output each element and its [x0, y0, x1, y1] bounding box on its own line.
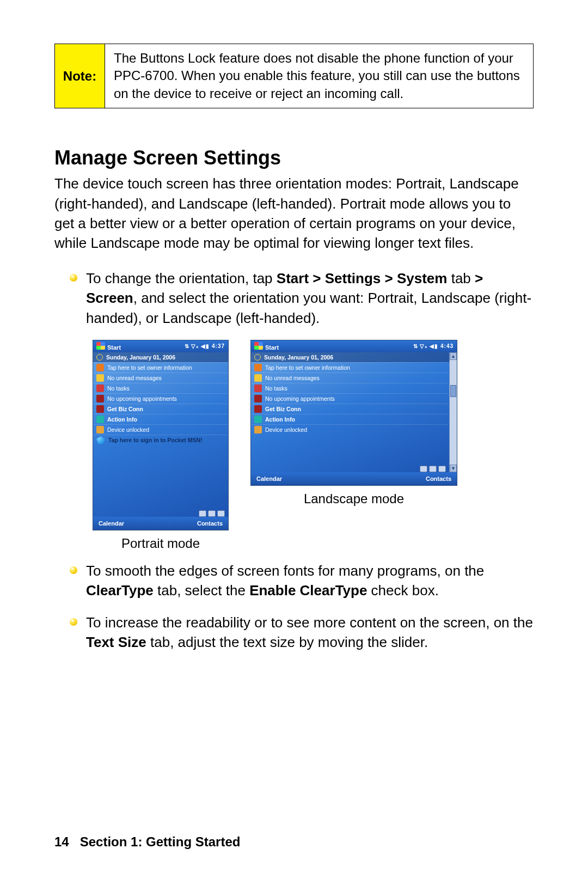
- today-row-action: Action Info: [251, 414, 448, 424]
- today-row-action: Action Info: [93, 414, 228, 424]
- tasks-icon: [254, 384, 262, 392]
- bullet-item-cleartype: To smooth the edges of screen fonts for …: [70, 561, 534, 601]
- lock-icon: [96, 426, 104, 434]
- portrait-column: Start ⇅ ▽ₓ ◀▮ 4:37 Sunday, January 01, 2…: [93, 340, 229, 551]
- bullet-list-2: To smooth the edges of screen fonts for …: [54, 561, 534, 652]
- softkey-bar: Calendar Contacts: [251, 472, 457, 485]
- calendar-icon: [254, 395, 262, 402]
- device-datebar: Sunday, January 01, 2006: [251, 352, 457, 362]
- scroll-down-icon: ▼: [450, 465, 457, 472]
- today-row-tasks: No tasks: [251, 383, 448, 393]
- landscape-column: Start ⇅ ▽ₓ ◀▮ 4:43 Sunday, January 01, 2…: [250, 340, 457, 551]
- owner-icon: [96, 364, 104, 371]
- tasks-icon: [96, 384, 104, 392]
- today-list: Tap here to set owner information No unr…: [93, 362, 228, 445]
- today-row-biz: Get Biz Conn: [251, 404, 448, 414]
- today-row-biz: Get Biz Conn: [93, 404, 228, 414]
- today-row-msn: Tap here to sign in to Pocket MSN!: [93, 435, 228, 445]
- landscape-device-screenshot: Start ⇅ ▽ₓ ◀▮ 4:43 Sunday, January 01, 2…: [250, 340, 457, 486]
- today-row-appts: No upcoming appointments: [93, 393, 228, 404]
- screenshot-row: Start ⇅ ▽ₓ ◀▮ 4:37 Sunday, January 01, 2…: [93, 340, 534, 551]
- today-row-unlocked: Device unlocked: [251, 424, 448, 435]
- note-text: The Buttons Lock feature does not disabl…: [105, 44, 533, 108]
- today-row-appts: No upcoming appointments: [251, 393, 448, 404]
- softkey-right: Contacts: [197, 520, 223, 527]
- note-label: Note:: [55, 44, 105, 108]
- today-row-messages: No unread messages: [251, 373, 448, 383]
- section-heading: Manage Screen Settings: [54, 146, 534, 169]
- lock-icon: [254, 426, 262, 434]
- portrait-caption: Portrait mode: [93, 536, 229, 551]
- status-icons: ⇅ ▽ₓ ◀▮ 4:43: [413, 343, 454, 349]
- page-footer: 14 Section 1: Getting Started: [54, 834, 240, 850]
- mail-icon: [96, 374, 104, 382]
- softkey-right: Contacts: [426, 475, 451, 482]
- windows-flag-icon: [254, 342, 263, 350]
- bullet-item-orientation: To change the orientation, tap Start > S…: [70, 268, 534, 328]
- clock-icon: [254, 354, 261, 361]
- today-row-tasks: No tasks: [93, 383, 228, 393]
- bullet-list: To change the orientation, tap Start > S…: [54, 268, 534, 328]
- today-row-owner: Tap here to set owner information: [93, 362, 228, 373]
- clock-icon: [96, 354, 103, 361]
- action-icon: [254, 416, 262, 423]
- scrollbar: ▲ ▼: [449, 352, 457, 472]
- scroll-thumb: [450, 385, 456, 397]
- page-number: 14: [54, 834, 69, 849]
- msn-icon: [96, 436, 105, 444]
- today-row-owner: Tap here to set owner information: [251, 362, 448, 373]
- system-tray: [420, 466, 446, 472]
- footer-section: Section 1: Getting Started: [80, 834, 241, 849]
- device-datebar: Sunday, January 01, 2006: [93, 352, 228, 362]
- landscape-caption: Landscape mode: [250, 491, 457, 506]
- status-icons: ⇅ ▽ₓ ◀▮ 4:37: [185, 343, 225, 349]
- softkey-left: Calendar: [256, 475, 282, 482]
- today-row-unlocked: Device unlocked: [93, 424, 228, 435]
- calendar-icon: [96, 395, 104, 402]
- note-box: Note: The Buttons Lock feature does not …: [54, 44, 534, 108]
- softkey-bar: Calendar Contacts: [93, 517, 228, 530]
- bizconn-icon: [96, 405, 104, 413]
- softkey-left: Calendar: [99, 520, 124, 527]
- device-titlebar: Start ⇅ ▽ₓ ◀▮ 4:37: [93, 340, 228, 352]
- bizconn-icon: [254, 405, 262, 413]
- mail-icon: [254, 374, 262, 382]
- portrait-device-screenshot: Start ⇅ ▽ₓ ◀▮ 4:37 Sunday, January 01, 2…: [93, 340, 229, 530]
- intro-paragraph: The device touch screen has three orient…: [54, 174, 534, 253]
- scroll-up-icon: ▲: [450, 352, 457, 360]
- today-row-messages: No unread messages: [93, 373, 228, 383]
- device-titlebar: Start ⇅ ▽ₓ ◀▮ 4:43: [251, 340, 457, 352]
- action-icon: [96, 416, 104, 423]
- system-tray: [199, 510, 225, 517]
- owner-icon: [254, 364, 262, 371]
- today-list: Tap here to set owner information No unr…: [251, 362, 457, 435]
- bullet-item-textsize: To increase the readability or to see mo…: [70, 613, 534, 652]
- windows-flag-icon: [96, 342, 105, 350]
